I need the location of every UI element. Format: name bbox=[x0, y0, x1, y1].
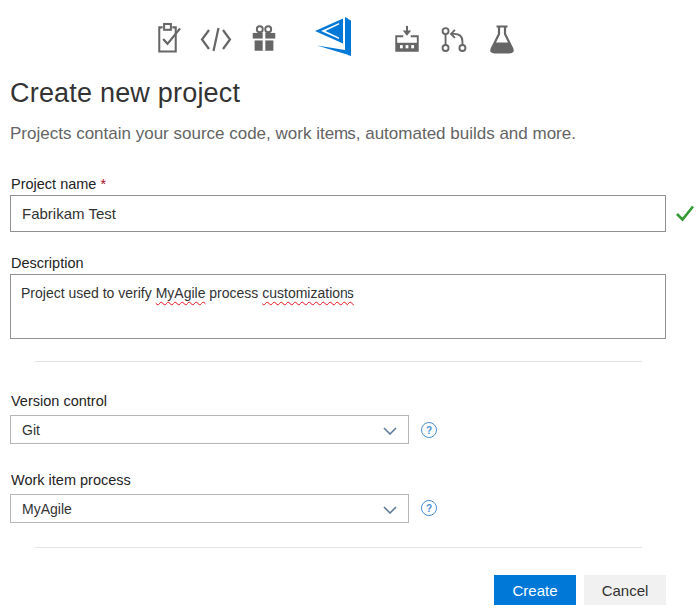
create-button[interactable]: Create bbox=[494, 575, 576, 605]
misspelled-word: customizations bbox=[262, 285, 354, 301]
work-item-process-label: Work item process bbox=[11, 472, 131, 488]
gift-icon bbox=[249, 24, 279, 55]
description-text: process bbox=[205, 285, 262, 301]
project-name-label: Project name* bbox=[11, 176, 106, 192]
flask-icon bbox=[486, 24, 518, 55]
misspelled-word: MyAgile bbox=[156, 285, 206, 301]
code-icon bbox=[200, 26, 232, 53]
project-name-input[interactable] bbox=[10, 195, 666, 232]
vsts-logo-icon bbox=[312, 15, 359, 63]
work-item-process-value: MyAgile bbox=[22, 501, 72, 517]
create-project-dialog: Create new project Projects contain your… bbox=[0, 0, 697, 616]
chevron-down-icon bbox=[383, 501, 397, 517]
required-asterisk: * bbox=[100, 176, 106, 192]
version-control-help-icon[interactable]: ? bbox=[421, 422, 437, 438]
version-control-label: Version control bbox=[11, 393, 107, 409]
description-input[interactable]: Project used to verify MyAgile process c… bbox=[10, 274, 666, 339]
checklist-icon bbox=[152, 21, 183, 57]
valid-check-icon bbox=[675, 204, 695, 226]
description-text: Project used to verify bbox=[21, 285, 156, 301]
divider bbox=[35, 547, 642, 548]
build-icon bbox=[392, 24, 422, 55]
work-item-process-select[interactable]: MyAgile bbox=[10, 494, 409, 523]
description-label: Description bbox=[11, 255, 84, 271]
cancel-button[interactable]: Cancel bbox=[584, 575, 666, 605]
version-control-select[interactable]: Git bbox=[10, 415, 409, 444]
version-control-value: Git bbox=[22, 422, 40, 438]
work-item-process-help-icon[interactable]: ? bbox=[421, 500, 437, 516]
chevron-down-icon bbox=[383, 422, 397, 438]
page-title: Create new project bbox=[10, 78, 240, 109]
page-subtitle: Projects contain your source code, work … bbox=[10, 124, 576, 144]
branch-icon bbox=[439, 24, 469, 55]
toolbar-icon-row bbox=[0, 13, 683, 65]
divider bbox=[35, 361, 642, 362]
